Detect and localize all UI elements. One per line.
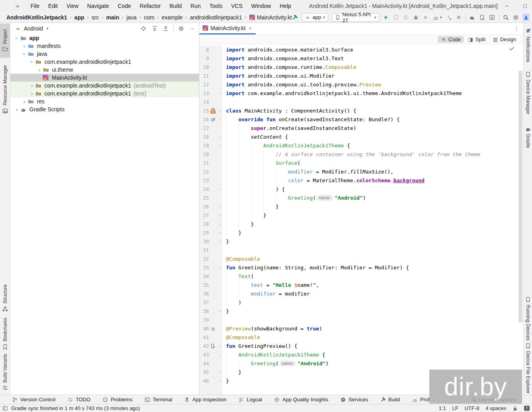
- tree-chevron-icon[interactable]: ›: [21, 43, 28, 49]
- project-view-selector[interactable]: Android: [24, 25, 43, 32]
- profile-avatar[interactable]: [522, 13, 530, 21]
- more-options-icon[interactable]: ⋮: [514, 26, 519, 32]
- fold-marker-icon[interactable]: ›: [217, 115, 222, 124]
- tree-item-com-example-androidkotlinjetpack1[interactable]: ›com.example.androidkotlinjetpack1(andro…: [10, 82, 199, 90]
- menu-code[interactable]: Code: [113, 0, 135, 12]
- editor-gutter[interactable]: 10: [199, 63, 222, 72]
- editor-gutter[interactable]: 12: [199, 80, 222, 89]
- fold-marker-icon[interactable]: ›: [217, 368, 222, 377]
- code-line-10[interactable]: 10import androidx.compose.runtime.Compos…: [199, 63, 523, 72]
- stop-button[interactable]: [455, 14, 462, 21]
- code-line-33[interactable]: 33›fun Greeting(name: String, modifier: …: [199, 263, 523, 272]
- editor-gutter[interactable]: 38›: [199, 307, 222, 316]
- breadcrumb-item[interactable]: java: [126, 14, 137, 21]
- code-line-41[interactable]: 41@Composable: [199, 333, 523, 342]
- code-line-12[interactable]: 12import androidx.compose.ui.tooling.pre…: [199, 80, 523, 89]
- tree-chevron-icon[interactable]: ›: [29, 91, 35, 97]
- tree-item-manifests[interactable]: ›manifests: [10, 42, 199, 50]
- event-log-icon[interactable]: !: [524, 406, 530, 411]
- tool-window-button-project[interactable]: Project: [0, 24, 10, 58]
- code-line-30[interactable]: 30›}: [199, 237, 523, 246]
- breadcrumb-item[interactable]: src: [92, 14, 99, 21]
- code-line-23[interactable]: 23color = MaterialTheme.colorScheme.back…: [199, 176, 523, 185]
- minimize-button[interactable]: −: [498, 0, 516, 12]
- gradle-sync-icon[interactable]: [469, 14, 475, 21]
- tool-window-button-device-file-explorer[interactable]: Device File Explorer: [524, 342, 532, 394]
- file-encoding[interactable]: UTF-8: [465, 405, 479, 411]
- editor-gutter[interactable]: 44: [199, 359, 222, 368]
- code-line-26[interactable]: 26›}: [199, 202, 523, 211]
- code-line-24[interactable]: 24›) {: [199, 185, 523, 194]
- code-line-37[interactable]: 37): [199, 298, 523, 307]
- code-line-18[interactable]: 18›setContent {: [199, 133, 523, 141]
- code-line-27[interactable]: 27›}: [199, 211, 523, 220]
- code-line-44[interactable]: 44Greeting(name:"Android"): [199, 359, 523, 368]
- code-line-25[interactable]: 25Greeting(name:"Android"): [199, 194, 523, 202]
- debug-button[interactable]: [413, 14, 419, 21]
- editor-gutter[interactable]: 29›: [199, 229, 222, 237]
- code-line-9[interactable]: 9import androidx.compose.material3.Text: [199, 54, 523, 63]
- editor-gutter[interactable]: 17: [199, 124, 222, 133]
- build-hammer-icon[interactable]: [292, 14, 298, 21]
- tool-window-button-todo[interactable]: TODO: [67, 397, 90, 402]
- editor-gutter[interactable]: 43›: [199, 351, 222, 359]
- code-line-40[interactable]: 40@Preview(showBackground = true): [199, 324, 523, 333]
- device-select[interactable]: Nexus 5 API 27 ▾: [332, 13, 380, 22]
- tree-chevron-icon[interactable]: ›: [13, 107, 20, 113]
- fold-marker-icon[interactable]: ›: [217, 263, 222, 272]
- code-line-21[interactable]: 21Surface(: [199, 159, 523, 168]
- editor-gutter[interactable]: 40: [199, 324, 222, 333]
- chevron-down-icon[interactable]: ▾: [46, 27, 48, 31]
- inspections-ok-icon[interactable]: [509, 46, 515, 54]
- tree-chevron-icon[interactable]: ›: [21, 51, 28, 57]
- code-line-42[interactable]: 42›fun GreetingPreview() {: [199, 342, 523, 351]
- code-line-28[interactable]: 28›}: [199, 220, 523, 229]
- fold-marker-icon[interactable]: ›: [217, 351, 222, 359]
- select-opened-file-icon[interactable]: [140, 25, 147, 32]
- tool-window-button-layout-inspector[interactable]: Layout Inspector: [471, 397, 517, 402]
- breadcrumb-item[interactable]: app: [75, 14, 84, 21]
- breadcrumb-item[interactable]: com: [144, 14, 154, 21]
- code-line-29[interactable]: 29›}: [199, 229, 523, 237]
- tree-chevron-icon[interactable]: ›: [29, 59, 35, 65]
- editor-scrollbar[interactable]: [519, 71, 522, 322]
- tree-chevron-icon[interactable]: ›: [29, 83, 35, 89]
- caret-position[interactable]: 1:1: [439, 405, 446, 411]
- editor-gutter[interactable]: 35: [199, 281, 222, 290]
- tool-window-button-app-inspection[interactable]: App Inspection: [184, 397, 226, 402]
- fold-marker-icon[interactable]: ›: [217, 185, 222, 194]
- tree-chevron-icon[interactable]: ›: [36, 67, 43, 73]
- fold-marker-icon[interactable]: ›: [217, 307, 222, 316]
- code-editor[interactable]: 8import androidx.compose.material3.Surfa…: [199, 44, 523, 395]
- editor-gutter[interactable]: 46›: [199, 377, 222, 385]
- tree-item-java[interactable]: ›java: [10, 50, 199, 58]
- profiler-button[interactable]: [432, 14, 439, 21]
- editor-gutter[interactable]: 41: [199, 333, 222, 342]
- tree-item-gradle-scripts[interactable]: ›Gradle Scripts: [10, 105, 199, 113]
- fold-marker-icon[interactable]: ›: [217, 107, 222, 115]
- menu-edit[interactable]: Edit: [44, 0, 62, 12]
- editor-gutter[interactable]: 21: [199, 159, 222, 168]
- code-line-11[interactable]: 11import androidx.compose.ui.Modifier: [199, 72, 523, 80]
- chevron-down-icon[interactable]: ▾: [440, 15, 442, 19]
- code-line-20[interactable]: 20// A surface container using the 'back…: [199, 150, 523, 159]
- editor-gutter[interactable]: 23: [199, 176, 222, 185]
- fold-marker-icon[interactable]: ›: [217, 229, 222, 237]
- menu-navigate[interactable]: Navigate: [83, 0, 113, 12]
- collapse-all-icon[interactable]: [162, 25, 169, 32]
- tree-chevron-icon[interactable]: ›: [13, 35, 20, 41]
- menu-vcs[interactable]: VCS: [227, 0, 247, 12]
- tool-window-button-build[interactable]: Build: [380, 397, 400, 402]
- project-settings-gear-icon[interactable]: [178, 25, 185, 32]
- code-line-31[interactable]: 31: [199, 246, 523, 255]
- code-line-32[interactable]: 32@Composable: [199, 255, 523, 263]
- editor-gutter[interactable]: 20: [199, 150, 222, 159]
- tool-window-button-resource-manager[interactable]: Resource Manager: [0, 61, 10, 118]
- view-design-button[interactable]: ▥Design: [490, 36, 519, 43]
- breadcrumb-item[interactable]: example: [162, 14, 183, 21]
- editor-gutter[interactable]: 19›: [199, 141, 222, 150]
- code-line-13[interactable]: 13›import com.example.androidkotlinjetpa…: [199, 89, 523, 98]
- editor-gutter[interactable]: 16›: [199, 115, 222, 124]
- breadcrumb-item[interactable]: MainActivity.kt: [249, 14, 292, 21]
- editor-gutter[interactable]: 8: [199, 46, 222, 54]
